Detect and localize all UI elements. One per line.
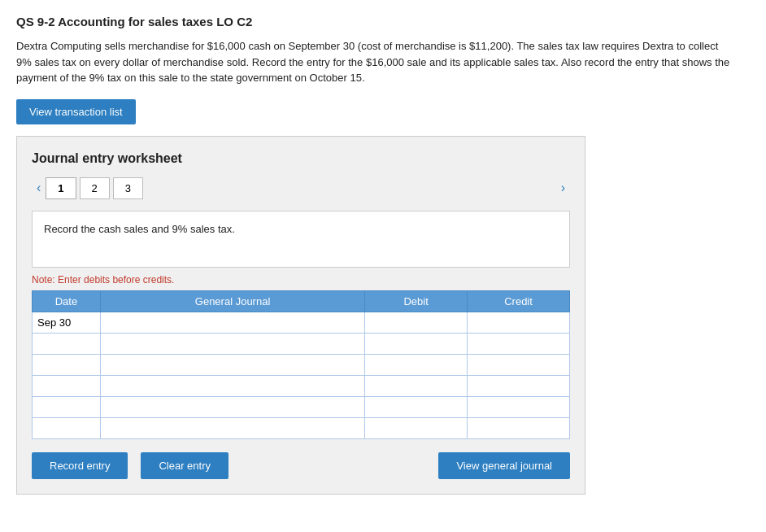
input-date-1[interactable] xyxy=(33,312,100,333)
clear-entry-button[interactable]: Clear entry xyxy=(141,452,228,479)
record-entry-button[interactable]: Record entry xyxy=(32,452,128,479)
input-credit-4[interactable] xyxy=(468,376,569,396)
cell-credit-5 xyxy=(468,396,570,417)
input-general-3[interactable] xyxy=(101,355,364,375)
input-credit-5[interactable] xyxy=(468,397,569,417)
table-row xyxy=(33,312,570,333)
instruction-text: Record the cash sales and 9% sales tax. xyxy=(44,223,235,235)
cell-general-2 xyxy=(100,333,364,354)
cell-credit-1 xyxy=(468,312,570,333)
input-credit-2[interactable] xyxy=(468,334,569,354)
col-header-date: Date xyxy=(33,290,101,312)
input-date-3[interactable] xyxy=(33,355,100,375)
tab-3[interactable]: 3 xyxy=(113,177,143,199)
input-credit-3[interactable] xyxy=(468,355,569,375)
cell-date-3 xyxy=(33,354,101,375)
journal-table: Date General Journal Debit Credit xyxy=(32,290,570,439)
input-general-6[interactable] xyxy=(101,418,364,438)
worksheet-container: Journal entry worksheet ‹ 1 2 3 › Record… xyxy=(16,136,585,495)
input-debit-6[interactable] xyxy=(365,418,467,438)
col-header-credit: Credit xyxy=(468,290,570,312)
input-debit-2[interactable] xyxy=(365,334,467,354)
input-debit-1[interactable] xyxy=(365,312,467,333)
table-row xyxy=(33,354,570,375)
note-text: Note: Enter debits before credits. xyxy=(32,274,570,286)
input-date-4[interactable] xyxy=(33,376,100,396)
view-transaction-button[interactable]: View transaction list xyxy=(16,99,136,124)
input-general-5[interactable] xyxy=(101,397,364,417)
tab-1[interactable]: 1 xyxy=(46,177,76,199)
table-row xyxy=(33,396,570,417)
input-date-2[interactable] xyxy=(33,334,100,354)
cell-general-4 xyxy=(100,375,364,396)
input-debit-4[interactable] xyxy=(365,376,467,396)
col-header-debit: Debit xyxy=(365,290,468,312)
tab-next-arrow[interactable]: › xyxy=(556,177,570,198)
cell-debit-6 xyxy=(365,417,468,438)
input-general-2[interactable] xyxy=(101,334,364,354)
table-row xyxy=(33,333,570,354)
page-title: QS 9-2 Accounting for sales taxes LO C2 xyxy=(16,15,750,28)
cell-date-2 xyxy=(33,333,101,354)
cell-debit-1 xyxy=(365,312,468,333)
cell-general-3 xyxy=(100,354,364,375)
input-debit-5[interactable] xyxy=(365,397,467,417)
view-general-journal-button[interactable]: View general journal xyxy=(438,452,570,479)
tab-prev-arrow[interactable]: ‹ xyxy=(32,177,46,198)
input-date-5[interactable] xyxy=(33,397,100,417)
input-credit-1[interactable] xyxy=(468,312,569,333)
cell-date-4 xyxy=(33,375,101,396)
table-row xyxy=(33,417,570,438)
cell-date-1 xyxy=(33,312,101,333)
cell-general-5 xyxy=(100,396,364,417)
input-credit-6[interactable] xyxy=(468,418,569,438)
cell-date-6 xyxy=(33,417,101,438)
cell-general-6 xyxy=(100,417,364,438)
input-general-4[interactable] xyxy=(101,376,364,396)
buttons-row: Record entry Clear entry View general jo… xyxy=(32,452,570,479)
cell-debit-5 xyxy=(365,396,468,417)
cell-credit-3 xyxy=(468,354,570,375)
table-row xyxy=(33,375,570,396)
cell-credit-2 xyxy=(468,333,570,354)
cell-debit-3 xyxy=(365,354,468,375)
cell-date-5 xyxy=(33,396,101,417)
description: Dextra Computing sells merchandise for $… xyxy=(16,38,732,86)
tabs-row: ‹ 1 2 3 › xyxy=(32,177,570,199)
tab-2[interactable]: 2 xyxy=(80,177,110,199)
worksheet-title: Journal entry worksheet xyxy=(32,151,570,166)
input-general-1[interactable] xyxy=(101,312,364,333)
cell-debit-2 xyxy=(365,333,468,354)
cell-credit-4 xyxy=(468,375,570,396)
input-debit-3[interactable] xyxy=(365,355,467,375)
instruction-box: Record the cash sales and 9% sales tax. xyxy=(32,211,570,268)
input-date-6[interactable] xyxy=(33,418,100,438)
cell-debit-4 xyxy=(365,375,468,396)
cell-general-1 xyxy=(100,312,364,333)
cell-credit-6 xyxy=(468,417,570,438)
col-header-general: General Journal xyxy=(100,290,364,312)
